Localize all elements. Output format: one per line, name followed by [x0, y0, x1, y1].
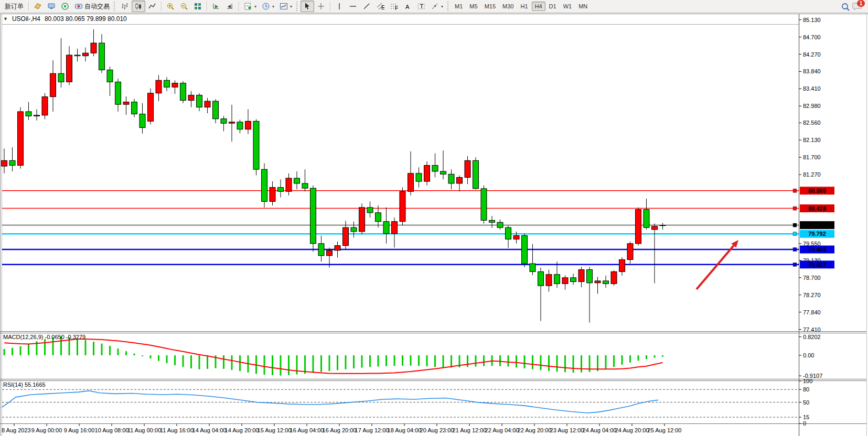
candle-up: [123, 102, 129, 105]
candle-up: [42, 97, 48, 115]
timeframe-M15[interactable]: M15: [481, 2, 499, 11]
candle-up: [67, 55, 72, 82]
fibonacci-button[interactable]: F: [387, 1, 401, 12]
candlestick-chart-button[interactable]: [132, 1, 145, 12]
line-chart-button[interactable]: [145, 1, 159, 12]
templates-button[interactable]: ▾: [277, 1, 295, 12]
text-button[interactable]: A: [401, 1, 414, 12]
timeframe-MN[interactable]: MN: [575, 2, 591, 11]
bar-chart-button[interactable]: [118, 1, 132, 12]
time-tick-label: 15 Aug 12:00: [258, 427, 292, 433]
toolbar-right-group: 1: [841, 2, 866, 11]
auto-trading-button[interactable]: 自动交易: [72, 1, 112, 12]
chart-window[interactable]: ▼ USOil-,H4 80.003 80.065 79.899 80.010 …: [0, 14, 868, 436]
dropdown-caret-icon: ▾: [254, 4, 256, 9]
search-icon[interactable]: [841, 2, 849, 10]
price-badge-label: 80.010: [808, 222, 826, 228]
timeframe-D1[interactable]: D1: [546, 2, 560, 11]
chart-shift-button[interactable]: [223, 1, 237, 12]
timeframe-menu-button[interactable]: ▾: [259, 1, 277, 12]
rsi-axis-label: 80: [803, 386, 809, 393]
candle-up: [546, 275, 552, 286]
new-order-label: 新订单: [5, 2, 24, 11]
macd-panel[interactable]: MACD(12,26,9) -0.0650 -0.32790.82020.00-…: [3, 334, 822, 379]
rsi-panel[interactable]: RSI(14) 55.16651008050150: [2, 378, 812, 427]
candle-down: [571, 278, 576, 282]
candle-up: [270, 188, 275, 202]
rsi-axis-label: 15: [803, 414, 809, 420]
candle-down: [132, 102, 137, 114]
auto-scroll-button[interactable]: [209, 1, 223, 12]
text-label-button[interactable]: T: [414, 1, 428, 12]
candle-up: [327, 250, 333, 256]
hline-handle: [793, 248, 797, 252]
timeframe-M30[interactable]: M30: [499, 2, 517, 11]
cursor-button[interactable]: [301, 1, 314, 12]
bar-chart-icon: [121, 2, 129, 10]
hline-handle: [793, 206, 797, 210]
community-icon: [47, 2, 56, 10]
price-tick-label: 83.840: [803, 68, 821, 74]
toolbar-grip: [296, 2, 299, 11]
crosshair-button[interactable]: [314, 1, 328, 12]
trendline-icon: [362, 2, 371, 10]
candle-up: [359, 208, 365, 232]
candle-up: [286, 178, 292, 191]
zoom-in-button[interactable]: [164, 1, 177, 12]
timeframe-W1[interactable]: W1: [560, 2, 575, 11]
candle-down: [99, 43, 105, 70]
community-button[interactable]: [45, 1, 58, 12]
trendline-button[interactable]: [360, 1, 373, 12]
time-tick-label: 9 Aug 00:00: [31, 427, 62, 433]
timeframe-M1[interactable]: M1: [452, 2, 466, 11]
horizontal-line-button[interactable]: [346, 1, 360, 12]
vertical-line-icon: [335, 2, 344, 10]
time-tick-label: 23 Aug 12:00: [550, 427, 584, 433]
price-tick-label: 81.270: [803, 171, 821, 178]
time-axis[interactable]: 8 Aug 20239 Aug 00:009 Aug 16:0010 Aug 0…: [2, 424, 681, 434]
candle-down: [197, 95, 202, 107]
chart-canvas[interactable]: 85.13084.70084.27083.84083.41082.98082.5…: [0, 14, 868, 436]
zoom-out-button[interactable]: [177, 1, 191, 12]
indicators-button[interactable]: ▾: [241, 1, 259, 12]
cursor-icon: [303, 2, 312, 10]
price-badge-label: 80.869: [808, 188, 826, 194]
collapse-panel-icon[interactable]: ▼: [3, 16, 8, 21]
time-tick-label: 8 Aug 2023: [2, 427, 31, 433]
candle-down: [530, 264, 535, 271]
rsi-axis-label: 100: [803, 378, 812, 384]
time-tick-label: 9 Aug 16:00: [64, 427, 95, 433]
candle-up: [245, 121, 251, 129]
time-tick-label: 11 Aug 16:00: [160, 427, 194, 433]
signals-button[interactable]: [58, 1, 72, 12]
timeframe-H4[interactable]: H4: [532, 2, 545, 11]
price-tick-label: 81.700: [803, 154, 821, 160]
candle-up: [83, 53, 89, 56]
vertical-line-button[interactable]: [333, 1, 346, 12]
ticket-button[interactable]: [31, 1, 45, 12]
candle-down: [115, 82, 121, 104]
timeframe-H1[interactable]: H1: [517, 2, 531, 11]
channel-icon: E: [376, 2, 384, 10]
time-tick-label: 21 Aug 12:00: [453, 427, 487, 433]
price-tick-label: 84.270: [803, 51, 821, 58]
candle-down: [253, 121, 259, 169]
zoom-in-icon: [166, 2, 175, 10]
candle-up: [343, 227, 349, 245]
arrows-button[interactable]: ▾: [428, 1, 446, 12]
macd-axis-label: 0.00: [803, 352, 814, 358]
tile-windows-button[interactable]: [191, 1, 205, 12]
candlestick-series[interactable]: [2, 29, 666, 323]
new-order-button[interactable]: 新订单: [2, 1, 26, 12]
equidistant-channel-button[interactable]: E: [373, 1, 387, 12]
timeframe-M5[interactable]: M5: [466, 2, 480, 11]
time-tick-label: 22 Aug 04:00: [485, 427, 519, 433]
candle-down: [310, 188, 316, 244]
candle-up: [50, 73, 56, 96]
notifications-button[interactable]: 1: [852, 2, 863, 11]
toolbar-separator: [330, 2, 330, 11]
candle-down: [497, 222, 503, 227]
candle-down: [473, 160, 479, 189]
candle-up: [335, 246, 340, 250]
candle-up: [34, 115, 40, 116]
